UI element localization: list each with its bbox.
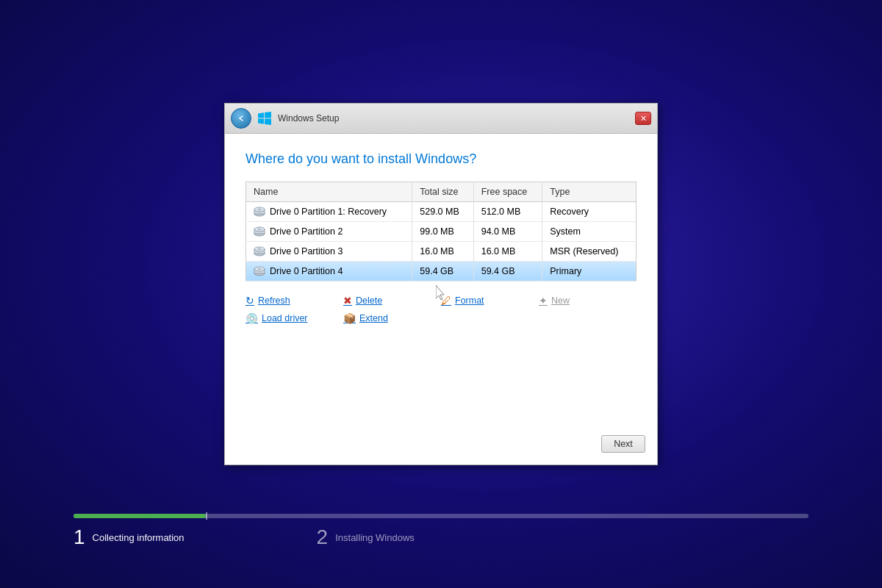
delete-button[interactable]: ✖ Delete [343,295,441,306]
setup-dialog: Windows Setup ✕ Where do you want to ins… [224,103,658,465]
new-icon: ✦ [539,295,548,306]
step-1-label: Collecting information [93,532,184,543]
partition-row-3[interactable]: Drive 0 Partition 3 16.0 MB 16.0 MB MSR … [246,242,637,262]
partition-free-space: 59.4 GB [473,262,542,282]
dialog-footer: Next [225,428,657,465]
step-1-number: 1 [74,527,85,548]
close-button[interactable]: ✕ [635,112,651,125]
svg-point-3 [257,209,262,210]
svg-point-11 [257,248,262,250]
refresh-icon: ↻ [245,295,254,306]
partition-total-size: 99.0 MB [412,222,473,242]
extend-button[interactable]: 📦 Extend [343,312,441,324]
svg-point-7 [257,229,262,230]
load-driver-button[interactable]: 💿 Load driver [245,312,343,324]
format-icon: 🖊 [441,295,451,306]
partition-name: Drive 0 Partition 2 [246,222,412,242]
delete-icon: ✖ [343,295,352,306]
partition-row-4[interactable]: Drive 0 Partition 4 59.4 GB 59.4 GB Prim… [246,262,637,282]
new-button[interactable]: ✦ New [539,295,637,306]
dialog-content: Where do you want to install Windows? Na… [225,134,657,428]
drive-icon [254,266,265,276]
page-heading: Where do you want to install Windows? [245,151,637,167]
partition-table: Name Total size Free space Type Drive 0 … [245,182,637,282]
step-2-number: 2 [317,527,329,548]
drive-icon [254,226,265,237]
partition-row-1[interactable]: Drive 0 Partition 1: Recovery 529.0 MB 5… [246,202,637,222]
step-2-label: Installing Windows [335,532,415,543]
partition-total-size: 529.0 MB [412,202,473,222]
windows-logo-icon [257,111,272,126]
progress-fill [74,514,206,518]
format-button[interactable]: 🖊 Format [441,295,539,306]
svg-point-15 [257,268,262,270]
col-total-size: Total size [412,182,473,202]
step-2: 2 Installing Windows [317,527,415,548]
drive-icon [254,207,265,217]
partition-name: Drive 0 Partition 3 [246,242,412,262]
partition-free-space: 16.0 MB [473,242,542,262]
load-driver-icon: 💿 [245,312,258,324]
partition-type: Recovery [542,202,637,222]
dialog-title: Windows Setup [278,113,339,123]
titlebar: Windows Setup ✕ [225,104,657,134]
progress-steps: 1 Collecting information 2 Installing Wi… [74,527,808,548]
step-1: 1 Collecting information [74,527,184,548]
col-free-space: Free space [473,182,542,202]
drive-icon [254,246,265,257]
partition-name: Drive 0 Partition 1: Recovery [246,202,412,222]
col-type: Type [542,182,637,202]
back-button[interactable] [231,108,251,129]
refresh-button[interactable]: ↻ Refresh [245,295,343,306]
partition-free-space: 512.0 MB [473,202,542,222]
partition-type: System [542,222,637,242]
extend-icon: 📦 [343,312,356,324]
partition-free-space: 94.0 MB [473,222,542,242]
col-name: Name [246,182,412,202]
partition-type: MSR (Reserved) [542,242,637,262]
partition-type: Primary [542,262,637,282]
partition-total-size: 16.0 MB [412,242,473,262]
progress-area: 1 Collecting information 2 Installing Wi… [0,514,882,548]
next-button[interactable]: Next [601,435,645,453]
partition-total-size: 59.4 GB [412,262,473,282]
action-buttons: ↻ Refresh ✖ Delete 🖊 Format ✦ New 💿 Load… [245,295,637,324]
progress-track [74,514,808,518]
partition-row-2[interactable]: Drive 0 Partition 2 99.0 MB 94.0 MB Syst… [246,222,637,242]
partition-name: Drive 0 Partition 4 [246,262,412,282]
